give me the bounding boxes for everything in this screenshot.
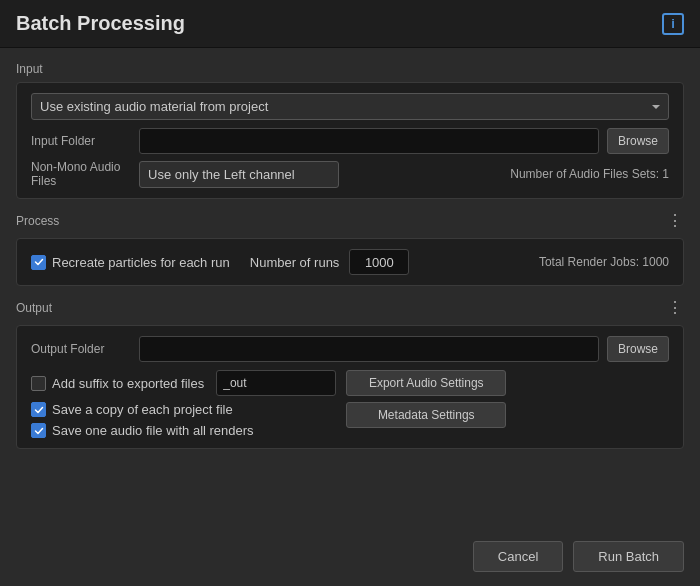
output-bottom-row: Add suffix to exported files Save a copy… <box>31 370 669 438</box>
cancel-button[interactable]: Cancel <box>473 541 563 572</box>
input-panel: Use existing audio material from project… <box>16 82 684 199</box>
check-icon-3 <box>34 426 44 436</box>
output-browse-button[interactable]: Browse <box>607 336 669 362</box>
output-right-buttons: Export Audio Settings Metadata Settings <box>346 370 506 428</box>
process-inner: Recreate particles for each run Number o… <box>31 249 669 275</box>
process-menu-dots[interactable]: ⋮ <box>667 211 684 230</box>
source-dropdown[interactable]: Use existing audio material from project <box>31 93 669 120</box>
output-folder-row: Output Folder Browse <box>31 336 669 362</box>
num-runs-label: Number of runs <box>250 255 340 270</box>
non-mono-dropdown[interactable]: Use only the Left channel <box>139 161 339 188</box>
export-audio-button[interactable]: Export Audio Settings <box>346 370 506 396</box>
process-panel: Recreate particles for each run Number o… <box>16 238 684 286</box>
process-header: Process ⋮ <box>16 211 684 230</box>
save-copy-text: Save a copy of each project file <box>52 402 233 417</box>
info-icon[interactable]: i <box>662 13 684 35</box>
audio-files-count: Number of Audio Files Sets: 1 <box>510 167 669 181</box>
add-suffix-text: Add suffix to exported files <box>52 376 204 391</box>
metadata-settings-button[interactable]: Metadata Settings <box>346 402 506 428</box>
bottom-bar: Cancel Run Batch <box>16 537 684 572</box>
suffix-input[interactable] <box>216 370 336 396</box>
source-row: Use existing audio material from project <box>31 93 669 120</box>
checkboxes-col: Add suffix to exported files Save a copy… <box>31 370 336 438</box>
input-section: Input Use existing audio material from p… <box>16 62 684 199</box>
process-section-label: Process <box>16 214 59 228</box>
input-browse-button[interactable]: Browse <box>607 128 669 154</box>
recreate-checkbox-label[interactable]: Recreate particles for each run <box>31 255 230 270</box>
save-one-audio-checkbox[interactable] <box>31 423 46 438</box>
output-section-label: Output <box>16 301 52 315</box>
input-folder-label: Input Folder <box>31 134 131 148</box>
output-panel: Output Folder Browse Add suffix to expor… <box>16 325 684 449</box>
process-section: Process ⋮ Recreate particles for each ru… <box>16 211 684 286</box>
input-folder-row: Input Folder Browse <box>31 128 669 154</box>
output-header: Output ⋮ <box>16 298 684 317</box>
output-menu-dots[interactable]: ⋮ <box>667 298 684 317</box>
title-bar: Batch Processing i <box>0 0 700 48</box>
main-content: Input Use existing audio material from p… <box>0 48 700 586</box>
non-mono-row: Non-Mono Audio Files Use only the Left c… <box>31 160 669 188</box>
input-folder-field[interactable] <box>139 128 599 154</box>
non-mono-label: Non-Mono Audio Files <box>31 160 131 188</box>
save-one-audio-label[interactable]: Save one audio file with all renders <box>31 423 336 438</box>
output-folder-label: Output Folder <box>31 342 131 356</box>
save-copy-checkbox[interactable] <box>31 402 46 417</box>
num-runs-input[interactable] <box>349 249 409 275</box>
output-folder-field[interactable] <box>139 336 599 362</box>
save-copy-label[interactable]: Save a copy of each project file <box>31 402 336 417</box>
add-suffix-label[interactable]: Add suffix to exported files <box>31 370 336 396</box>
input-section-label: Input <box>16 62 684 76</box>
add-suffix-checkbox[interactable] <box>31 376 46 391</box>
total-jobs: Total Render Jobs: 1000 <box>539 255 669 269</box>
page-title: Batch Processing <box>16 12 185 35</box>
recreate-label: Recreate particles for each run <box>52 255 230 270</box>
check-icon-2 <box>34 405 44 415</box>
check-icon <box>34 257 44 267</box>
output-section: Output ⋮ Output Folder Browse Add suffix… <box>16 298 684 449</box>
save-one-audio-text: Save one audio file with all renders <box>52 423 254 438</box>
run-batch-button[interactable]: Run Batch <box>573 541 684 572</box>
recreate-checkbox[interactable] <box>31 255 46 270</box>
